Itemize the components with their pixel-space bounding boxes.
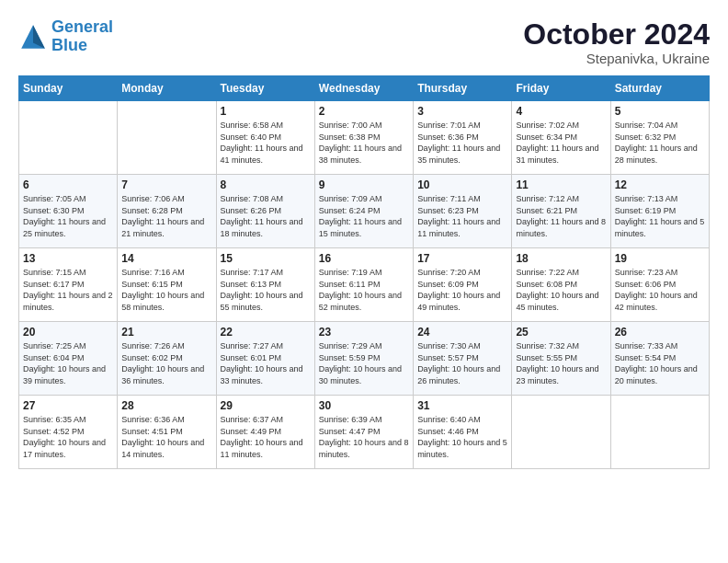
calendar-day-cell: 15Sunrise: 7:17 AM Sunset: 6:13 PM Dayli… [216,248,314,322]
calendar-day-cell: 29Sunrise: 6:37 AM Sunset: 4:49 PM Dayli… [216,396,314,469]
calendar-day-cell [610,396,709,469]
day-number: 23 [319,326,409,339]
day-number: 30 [319,399,409,412]
day-number: 13 [23,252,113,265]
day-info: Sunrise: 7:25 AM Sunset: 6:04 PM Dayligh… [23,340,113,386]
day-info: Sunrise: 7:17 AM Sunset: 6:13 PM Dayligh… [221,267,311,313]
logo-line2: Blue [51,36,87,54]
day-info: Sunrise: 7:00 AM Sunset: 6:38 PM Dayligh… [319,120,409,166]
day-info: Sunrise: 7:15 AM Sunset: 6:17 PM Dayligh… [23,267,113,313]
calendar-day-cell: 26Sunrise: 7:33 AM Sunset: 5:54 PM Dayli… [610,322,709,396]
calendar-day-cell: 1Sunrise: 6:58 AM Sunset: 6:40 PM Daylig… [216,101,314,175]
day-info: Sunrise: 6:37 AM Sunset: 4:49 PM Dayligh… [221,414,311,460]
calendar-week-row: 13Sunrise: 7:15 AM Sunset: 6:17 PM Dayli… [19,248,710,322]
calendar-day-cell: 31Sunrise: 6:40 AM Sunset: 4:46 PM Dayli… [414,396,512,469]
title-block: October 2024 Stepanivka, Ukraine [523,18,710,66]
day-number: 15 [221,252,311,265]
calendar-week-row: 1Sunrise: 6:58 AM Sunset: 6:40 PM Daylig… [19,101,710,175]
calendar-day-cell: 3Sunrise: 7:01 AM Sunset: 6:36 PM Daylig… [414,101,512,175]
day-info: Sunrise: 7:22 AM Sunset: 6:08 PM Dayligh… [516,267,606,313]
page-header: General Blue October 2024 Stepanivka, Uk… [18,18,710,66]
day-number: 20 [23,326,113,339]
day-number: 8 [221,178,311,191]
day-number: 12 [615,178,705,191]
weekday-header-cell: Monday [118,76,216,101]
weekday-header-cell: Friday [512,76,610,101]
day-info: Sunrise: 6:35 AM Sunset: 4:52 PM Dayligh… [23,414,113,460]
calendar-day-cell: 10Sunrise: 7:11 AM Sunset: 6:23 PM Dayli… [414,175,512,248]
day-number: 9 [319,178,409,191]
day-info: Sunrise: 7:30 AM Sunset: 5:57 PM Dayligh… [417,340,507,386]
day-number: 4 [516,105,606,118]
day-number: 14 [121,252,211,265]
weekday-header-cell: Tuesday [216,76,314,101]
weekday-header-cell: Thursday [414,76,512,101]
day-number: 17 [417,252,507,265]
location-subtitle: Stepanivka, Ukraine [523,51,710,66]
day-number: 2 [319,105,409,118]
weekday-header-row: SundayMondayTuesdayWednesdayThursdayFrid… [19,76,710,101]
calendar-day-cell: 16Sunrise: 7:19 AM Sunset: 6:11 PM Dayli… [314,248,413,322]
calendar-day-cell: 5Sunrise: 7:04 AM Sunset: 6:32 PM Daylig… [610,101,709,175]
day-number: 27 [23,399,113,412]
calendar-day-cell: 20Sunrise: 7:25 AM Sunset: 6:04 PM Dayli… [19,322,118,396]
day-number: 31 [417,399,507,412]
calendar-day-cell: 25Sunrise: 7:32 AM Sunset: 5:55 PM Dayli… [512,322,610,396]
calendar-day-cell: 21Sunrise: 7:26 AM Sunset: 6:02 PM Dayli… [118,322,216,396]
calendar-day-cell: 24Sunrise: 7:30 AM Sunset: 5:57 PM Dayli… [414,322,512,396]
day-info: Sunrise: 7:27 AM Sunset: 6:01 PM Dayligh… [221,340,311,386]
day-number: 29 [221,399,311,412]
calendar-day-cell: 18Sunrise: 7:22 AM Sunset: 6:08 PM Dayli… [512,248,610,322]
calendar-day-cell: 11Sunrise: 7:12 AM Sunset: 6:21 PM Dayli… [512,175,610,248]
day-info: Sunrise: 7:33 AM Sunset: 5:54 PM Dayligh… [615,340,705,386]
day-number: 19 [615,252,705,265]
day-number: 22 [221,326,311,339]
calendar-week-row: 6Sunrise: 7:05 AM Sunset: 6:30 PM Daylig… [19,175,710,248]
calendar-day-cell: 4Sunrise: 7:02 AM Sunset: 6:34 PM Daylig… [512,101,610,175]
calendar-day-cell: 2Sunrise: 7:00 AM Sunset: 6:38 PM Daylig… [314,101,413,175]
calendar-body: 1Sunrise: 6:58 AM Sunset: 6:40 PM Daylig… [19,101,710,469]
day-number: 1 [221,105,311,118]
day-info: Sunrise: 7:02 AM Sunset: 6:34 PM Dayligh… [516,120,606,166]
day-number: 26 [615,326,705,339]
day-number: 21 [121,326,211,339]
day-info: Sunrise: 7:12 AM Sunset: 6:21 PM Dayligh… [516,193,606,239]
day-number: 7 [121,178,211,191]
calendar-day-cell: 28Sunrise: 6:36 AM Sunset: 4:51 PM Dayli… [118,396,216,469]
calendar-day-cell: 30Sunrise: 6:39 AM Sunset: 4:47 PM Dayli… [314,396,413,469]
calendar-day-cell: 22Sunrise: 7:27 AM Sunset: 6:01 PM Dayli… [216,322,314,396]
calendar-day-cell: 14Sunrise: 7:16 AM Sunset: 6:15 PM Dayli… [118,248,216,322]
logo-icon [18,22,48,52]
day-info: Sunrise: 7:13 AM Sunset: 6:19 PM Dayligh… [615,193,705,239]
day-number: 10 [417,178,507,191]
day-number: 28 [121,399,211,412]
calendar-day-cell: 27Sunrise: 6:35 AM Sunset: 4:52 PM Dayli… [19,396,118,469]
calendar-day-cell: 13Sunrise: 7:15 AM Sunset: 6:17 PM Dayli… [19,248,118,322]
day-number: 24 [417,326,507,339]
day-info: Sunrise: 7:26 AM Sunset: 6:02 PM Dayligh… [121,340,211,386]
day-info: Sunrise: 7:09 AM Sunset: 6:24 PM Dayligh… [319,193,409,239]
day-number: 25 [516,326,606,339]
calendar-table: SundayMondayTuesdayWednesdayThursdayFrid… [18,75,710,469]
day-info: Sunrise: 6:58 AM Sunset: 6:40 PM Dayligh… [221,120,311,166]
day-number: 6 [23,178,113,191]
day-info: Sunrise: 6:36 AM Sunset: 4:51 PM Dayligh… [121,414,211,460]
weekday-header-cell: Sunday [19,76,118,101]
day-info: Sunrise: 7:19 AM Sunset: 6:11 PM Dayligh… [319,267,409,313]
logo: General Blue [18,18,113,55]
calendar-day-cell: 6Sunrise: 7:05 AM Sunset: 6:30 PM Daylig… [19,175,118,248]
day-info: Sunrise: 6:40 AM Sunset: 4:46 PM Dayligh… [417,414,507,460]
calendar-day-cell [512,396,610,469]
logo-text: General Blue [51,18,113,55]
day-info: Sunrise: 7:08 AM Sunset: 6:26 PM Dayligh… [221,193,311,239]
day-info: Sunrise: 7:05 AM Sunset: 6:30 PM Dayligh… [23,193,113,239]
calendar-day-cell: 8Sunrise: 7:08 AM Sunset: 6:26 PM Daylig… [216,175,314,248]
day-number: 16 [319,252,409,265]
day-info: Sunrise: 7:20 AM Sunset: 6:09 PM Dayligh… [417,267,507,313]
day-number: 5 [615,105,705,118]
calendar-day-cell: 19Sunrise: 7:23 AM Sunset: 6:06 PM Dayli… [610,248,709,322]
day-info: Sunrise: 6:39 AM Sunset: 4:47 PM Dayligh… [319,414,409,460]
day-number: 3 [417,105,507,118]
day-info: Sunrise: 7:06 AM Sunset: 6:28 PM Dayligh… [121,193,211,239]
day-info: Sunrise: 7:04 AM Sunset: 6:32 PM Dayligh… [615,120,705,166]
